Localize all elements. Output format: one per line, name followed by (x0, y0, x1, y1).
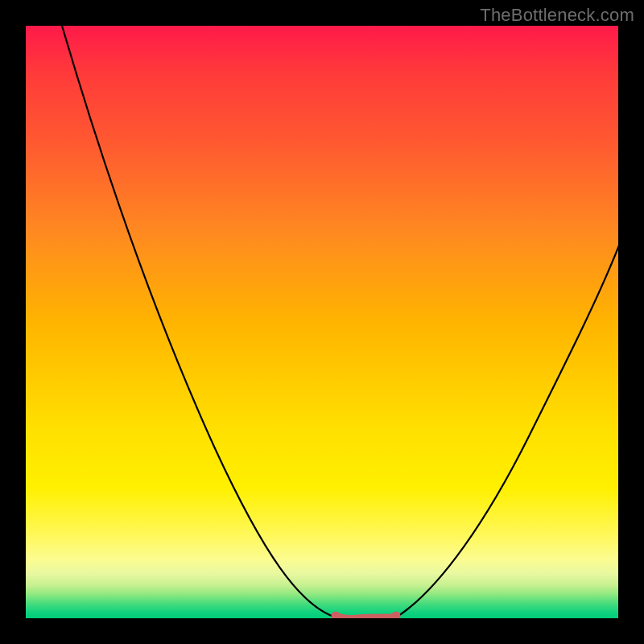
plot-area (26, 26, 618, 618)
watermark-text: TheBottleneck.com (480, 5, 634, 26)
optimal-band (336, 616, 396, 618)
left-curve (62, 26, 336, 617)
chart-curves (26, 26, 618, 618)
right-curve (396, 243, 618, 617)
optimal-end-dot (392, 612, 401, 619)
chart-frame: TheBottleneck.com (0, 0, 644, 644)
